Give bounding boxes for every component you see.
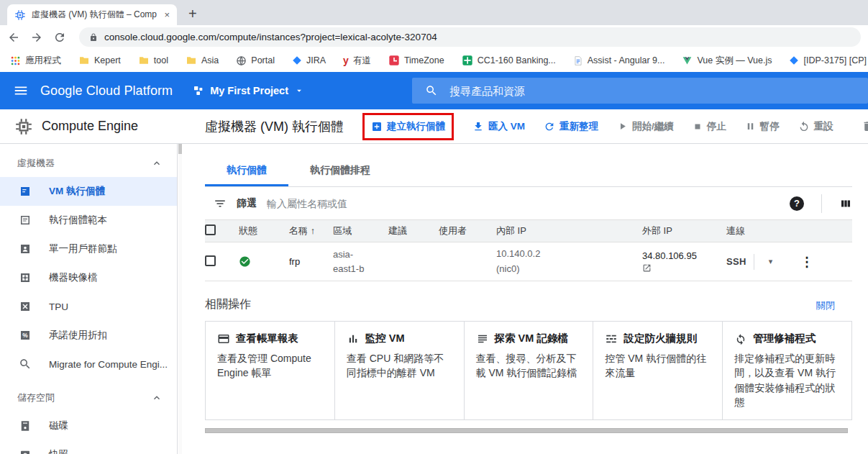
row-menu-icon[interactable]: ⋮ — [800, 255, 813, 269]
bookmark-item[interactable]: Vue 实例 — Vue.js — [682, 55, 772, 67]
refresh-button[interactable]: 重新整理 — [544, 120, 598, 133]
card-firewall-rules[interactable]: 設定防火牆規則 控管 VM 執行個體的往來流量 — [593, 322, 722, 419]
filter-input[interactable] — [267, 198, 780, 209]
ssh-dropdown-icon[interactable]: ▾ — [769, 257, 773, 266]
spreadsheet-icon — [462, 55, 473, 66]
search-input[interactable] — [449, 85, 855, 97]
related-actions-cards: 查看帳單報表 查看及管理 Compute Engine 帳單 監控 VM 查看 … — [205, 321, 852, 420]
button-label: 開始/繼續 — [632, 120, 674, 133]
filter-label[interactable]: 篩選 — [237, 197, 257, 210]
sidebar-item-committed-use-discounts[interactable]: % 承諾使用折扣 — [0, 321, 177, 350]
card-title: 查看帳單報表 — [236, 332, 298, 345]
search-icon — [425, 84, 438, 97]
sidebar-item-sole-tenant-nodes[interactable]: 單一用戶群節點 — [0, 235, 177, 263]
project-selector[interactable]: My First Project — [193, 85, 304, 96]
timezone-icon — [388, 55, 400, 66]
bookmark-item[interactable]: Portal — [236, 55, 275, 66]
bookmark-item[interactable]: tool — [138, 55, 168, 66]
browser-tab[interactable]: 虛擬機器 (VM) 執行個體 – Comp × — [7, 4, 177, 25]
card-explore-logs[interactable]: 探索 VM 記錄檔 查看、搜尋、分析及下載 VM 執行個體記錄檔 — [464, 322, 593, 419]
sidebar-section-storage[interactable]: 儲存空間 — [0, 378, 177, 412]
billing-card-icon — [217, 332, 230, 345]
bookmark-item[interactable]: [IDP-3175] [CP] [... — [789, 55, 868, 65]
sidebar-section-vm[interactable]: 虛擬機器 — [0, 144, 177, 177]
tab-strip: 虛擬機器 (VM) 執行個體 – Comp × + — [0, 0, 868, 25]
url-bar[interactable]: console.cloud.google.com/compute/instanc… — [79, 27, 861, 47]
tab-instance-schedules[interactable]: 執行個體排程 — [288, 158, 392, 186]
sidebar-item-instance-templates[interactable]: 執行個體範本 — [0, 206, 177, 235]
related-close-link[interactable]: 關閉 — [816, 299, 852, 312]
table-row: frp asia-east1-b 10.140.0.2 (nic0) 34.80… — [205, 242, 852, 281]
col-name[interactable]: 名稱 ↑ — [289, 220, 333, 242]
columns-icon[interactable] — [839, 197, 852, 210]
open-in-new-icon[interactable] — [642, 263, 652, 273]
bookmark-item[interactable]: Assist - Angular 9... — [573, 55, 665, 66]
close-tab-icon[interactable]: × — [164, 9, 170, 20]
content-tabs: 執行個體 執行個體排程 — [205, 144, 852, 187]
sidebar-item-snapshots[interactable]: 快照 — [0, 440, 177, 454]
sidebar-item-vm-instances[interactable]: VM 執行個體 — [0, 177, 177, 206]
suspend-button[interactable]: 暫停 — [745, 120, 780, 133]
ssh-button[interactable]: SSH — [726, 256, 746, 267]
instance-internal-ip: 10.140.0.2 (nic0) — [496, 242, 642, 281]
chevron-up-icon — [151, 158, 163, 169]
bookmark-item[interactable]: JIRA — [292, 55, 326, 65]
svg-text:%: % — [22, 332, 28, 339]
global-search[interactable] — [412, 78, 868, 104]
related-actions-header: 相關操作 關閉 — [205, 297, 852, 312]
bookmark-item[interactable]: TimeZone — [388, 55, 444, 66]
instance-in-use-by — [439, 242, 496, 281]
folder-icon — [186, 55, 197, 66]
col-external-ip: 外部 IP — [642, 220, 726, 242]
instance-name[interactable]: frp — [289, 242, 333, 281]
horizontal-scrollbar[interactable] — [205, 428, 848, 433]
project-icon — [193, 85, 204, 96]
delete-button[interactable] — [862, 120, 868, 132]
app-bar: Compute Engine 虛擬機器 (VM) 執行個體 建立執行個體 匯入 … — [0, 109, 868, 144]
gcp-favicon-icon — [14, 9, 26, 21]
instance-external-ip: 34.80.106.95 — [642, 242, 726, 281]
sidebar-item-tpu[interactable]: TPU — [0, 292, 177, 321]
sidebar-item-migrate[interactable]: Migrate for Compute Engi... — [0, 350, 177, 378]
bookmark-item[interactable]: y 有道 — [343, 55, 371, 67]
card-manage-patches[interactable]: 管理修補程式 排定修補程式的更新時間，以及查看 VM 執行個體安裝修補程式的狀態 — [722, 322, 851, 419]
reload-icon[interactable] — [53, 31, 66, 44]
new-tab-button[interactable]: + — [188, 6, 197, 21]
bookmark-item[interactable]: 應用程式 — [10, 55, 61, 67]
row-checkbox[interactable] — [205, 255, 216, 266]
create-instance-button[interactable]: 建立執行個體 — [371, 120, 445, 133]
bookmark-item[interactable]: Kepert — [78, 55, 121, 66]
hamburger-menu-icon[interactable] — [13, 83, 29, 99]
card-desc: 排定修補程式的更新時間，以及查看 VM 執行個體安裝修補程式的狀態 — [734, 351, 840, 409]
logs-icon — [476, 332, 489, 345]
bookmark-item[interactable]: Asia — [186, 55, 219, 66]
tab-instances[interactable]: 執行個體 — [205, 158, 288, 186]
vm-instances-icon — [19, 185, 32, 198]
button-label: 重新整理 — [559, 120, 598, 133]
reset-button[interactable]: 重設 — [798, 120, 833, 133]
disk-icon — [19, 419, 32, 432]
bookmark-label: 有道 — [353, 55, 371, 67]
import-vm-button[interactable]: 匯入 VM — [472, 120, 525, 133]
product-home[interactable]: Compute Engine — [0, 117, 178, 136]
start-resume-button[interactable]: 開始/繼續 — [617, 120, 674, 133]
card-billing-report[interactable]: 查看帳單報表 查看及管理 Compute Engine 帳單 — [206, 322, 334, 419]
card-desc: 查看 CPU 和網路等不同指標中的離群 VM — [347, 351, 452, 381]
bookmark-item[interactable]: CC1-160 Banking... — [462, 55, 556, 66]
forward-icon[interactable] — [30, 31, 43, 44]
card-monitor-vm[interactable]: 監控 VM 查看 CPU 和網路等不同指標中的離群 VM — [334, 322, 464, 419]
reset-icon — [798, 121, 810, 132]
sidebar-item-machine-images[interactable]: 機器映像檔 — [0, 263, 177, 292]
help-icon[interactable]: ? — [790, 196, 804, 211]
main-content: 執行個體 執行個體排程 篩選 ? 狀態 名稱 ↑ 區域 建議 使用者 內部 IP… — [182, 144, 868, 454]
back-icon[interactable] — [7, 31, 20, 44]
filter-icon[interactable] — [214, 197, 227, 210]
sidebar-item-disks[interactable]: 磁碟 — [0, 412, 177, 440]
gcp-brand[interactable]: Google Cloud Platform — [40, 83, 173, 99]
stop-button[interactable]: 停止 — [693, 120, 726, 133]
sidebar-item-label: 執行個體範本 — [49, 214, 107, 227]
select-all-checkbox[interactable] — [205, 224, 216, 235]
apps-grid-icon — [10, 55, 21, 66]
card-desc: 查看、搜尋、分析及下載 VM 執行個體記錄檔 — [476, 351, 582, 381]
table-header-row: 狀態 名稱 ↑ 區域 建議 使用者 內部 IP 外部 IP 連線 — [205, 220, 852, 242]
